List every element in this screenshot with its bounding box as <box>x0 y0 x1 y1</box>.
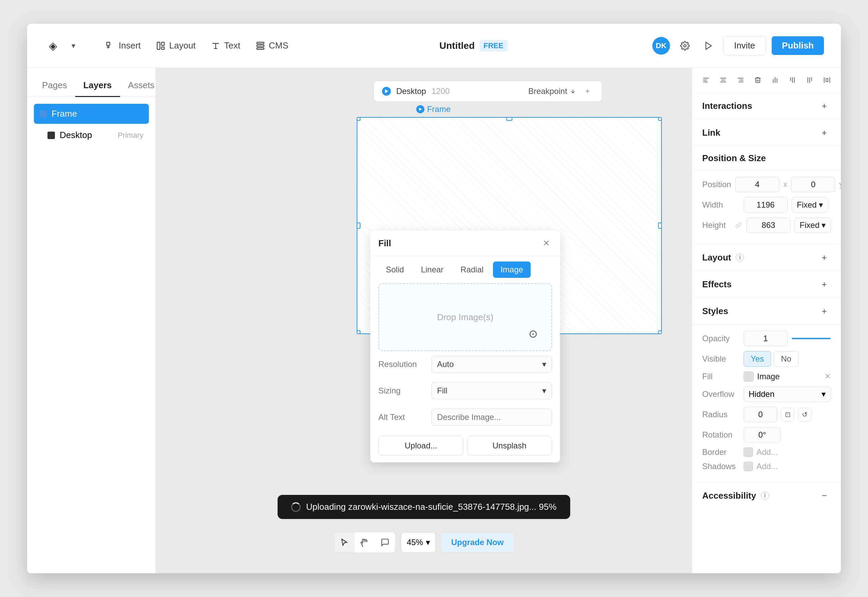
fill-sizing-select[interactable]: Fill ▾ <box>431 382 552 399</box>
fill-resolution-select[interactable]: Auto ▾ <box>431 356 552 373</box>
radius-corner-button[interactable]: ⊡ <box>781 408 794 421</box>
canvas-bottom-tools: 45% ▾ Upgrade Now <box>334 532 514 553</box>
opacity-input[interactable] <box>744 331 788 346</box>
overflow-row: Overflow Hidden ▾ <box>702 386 831 402</box>
layout-button[interactable]: Layout <box>150 37 202 54</box>
resize-handle-tl[interactable] <box>357 117 360 121</box>
width-mode-select[interactable]: Fixed ▾ <box>792 197 828 213</box>
width-input[interactable] <box>744 197 788 213</box>
radius-input[interactable] <box>744 407 778 422</box>
layer-item-frame[interactable]: Frame <box>34 104 149 124</box>
visible-yes-button[interactable]: Yes <box>744 351 771 367</box>
border-add-text[interactable]: Add... <box>757 447 778 457</box>
publish-button[interactable]: Publish <box>772 36 824 55</box>
comment-tool-button[interactable] <box>375 532 395 552</box>
align-right-button[interactable] <box>733 73 748 88</box>
tab-pages[interactable]: Pages <box>34 75 75 97</box>
layout-info-icon: i <box>736 253 744 261</box>
fill-remove-button[interactable]: ✕ <box>825 372 831 381</box>
dropdown-arrow[interactable]: ▾ <box>64 37 82 55</box>
insert-button[interactable]: Insert <box>99 37 147 54</box>
fill-tab-image[interactable]: Image <box>493 261 531 278</box>
align-center-h-button[interactable] <box>716 73 731 88</box>
layout-section: Layout i + <box>692 244 841 271</box>
breakpoint-button[interactable]: Breakpoint <box>528 86 576 96</box>
align-middle-button[interactable] <box>785 73 800 88</box>
insert-label: Insert <box>118 40 141 51</box>
resize-handle-tm[interactable] <box>506 117 513 121</box>
position-y-input[interactable] <box>791 177 835 192</box>
panel-tabs: Pages Layers Assets <box>27 68 156 97</box>
svg-marker-9 <box>385 89 388 93</box>
rotation-input[interactable] <box>744 427 781 443</box>
fill-tab-radial[interactable]: Radial <box>453 261 491 278</box>
accessibility-collapse-button[interactable]: − <box>818 489 831 502</box>
resize-handle-bl[interactable] <box>357 330 360 334</box>
zoom-display[interactable]: 45% ▾ <box>401 532 436 552</box>
fill-upload-button[interactable]: Upload... <box>378 436 464 456</box>
radius-expand-button[interactable]: ↺ <box>798 408 812 421</box>
tab-layers[interactable]: Layers <box>75 75 120 97</box>
distribute-h-button[interactable] <box>819 73 834 88</box>
fill-tab-solid[interactable]: Solid <box>378 261 411 278</box>
fill-dropzone[interactable]: Drop Image(s) ⊙ <box>378 283 552 351</box>
delete-button[interactable] <box>751 73 765 88</box>
resize-handle-tr[interactable] <box>658 117 662 121</box>
align-top-button[interactable] <box>768 73 782 88</box>
layer-item-desktop[interactable]: Desktop Primary <box>34 125 149 145</box>
right-panel: Interactions + Link + Position & Size Po… <box>692 68 841 573</box>
overflow-select[interactable]: Hidden ▾ <box>744 386 831 402</box>
resize-handle-mr[interactable] <box>658 223 662 229</box>
interactions-section: Interactions + <box>692 93 841 119</box>
border-label: Border <box>702 447 739 457</box>
shadows-row: Shadows Add... <box>702 462 831 471</box>
svg-rect-0 <box>107 42 110 45</box>
shadows-add-text[interactable]: Add... <box>757 462 778 471</box>
topbar-right: DK Invite Publish <box>652 36 824 55</box>
fill-alt-input[interactable] <box>431 409 552 426</box>
play-button[interactable] <box>700 37 717 55</box>
avatar-button[interactable]: DK <box>652 37 670 55</box>
shadows-toggle[interactable] <box>744 462 753 471</box>
height-mode-select[interactable]: Fixed ▾ <box>794 217 831 233</box>
x-separator: x <box>783 180 787 189</box>
upgrade-button[interactable]: Upgrade Now <box>441 533 514 552</box>
frame-indicator: Frame <box>416 104 450 114</box>
settings-button[interactable] <box>676 37 694 55</box>
styles-add-button[interactable]: + <box>818 304 831 318</box>
layout-add-button[interactable]: + <box>818 251 831 264</box>
fill-modal-title: Fill <box>378 238 391 249</box>
width-mode-chevron: ▾ <box>819 200 823 209</box>
effects-add-button[interactable]: + <box>818 278 831 291</box>
topbar: ◈ ▾ Insert Layout Text <box>27 24 841 68</box>
topbar-tools: Insert Layout Text CMS <box>99 37 295 54</box>
position-x-input[interactable] <box>735 177 779 192</box>
text-button[interactable]: Text <box>204 37 246 54</box>
cms-button[interactable]: CMS <box>249 37 295 54</box>
radius-controls: ⊡ ↺ <box>744 407 812 422</box>
canvas-header-close[interactable]: + <box>582 85 594 97</box>
logo-button[interactable]: ◈ <box>44 37 62 55</box>
doc-title: Untitled <box>440 40 475 51</box>
select-tool-button[interactable] <box>334 532 355 552</box>
height-input[interactable] <box>746 217 790 233</box>
frame-label: Frame <box>427 104 450 114</box>
fill-unsplash-button[interactable]: Unsplash <box>467 436 552 456</box>
visible-no-button[interactable]: No <box>774 351 798 367</box>
hand-tool-button[interactable] <box>355 532 375 552</box>
invite-button[interactable]: Invite <box>724 36 766 55</box>
link-add-button[interactable]: + <box>818 126 831 139</box>
fill-tab-linear[interactable]: Linear <box>413 261 451 278</box>
resize-handle-ml[interactable] <box>357 223 360 229</box>
canvas-area[interactable]: Desktop 1200 Breakpoint + Frame <box>156 68 692 573</box>
fill-modal-close-button[interactable]: ✕ <box>541 238 552 249</box>
align-left-button[interactable] <box>699 73 713 88</box>
interactions-add-button[interactable]: + <box>818 100 831 112</box>
left-panel: Pages Layers Assets Frame Desktop Primar… <box>27 68 156 573</box>
fill-swatch[interactable] <box>744 371 754 382</box>
border-controls: Add... <box>744 447 778 457</box>
resize-handle-br[interactable] <box>658 330 662 334</box>
border-toggle[interactable] <box>744 447 753 457</box>
opacity-slider[interactable] <box>792 338 831 339</box>
align-bottom-button[interactable] <box>802 73 817 88</box>
